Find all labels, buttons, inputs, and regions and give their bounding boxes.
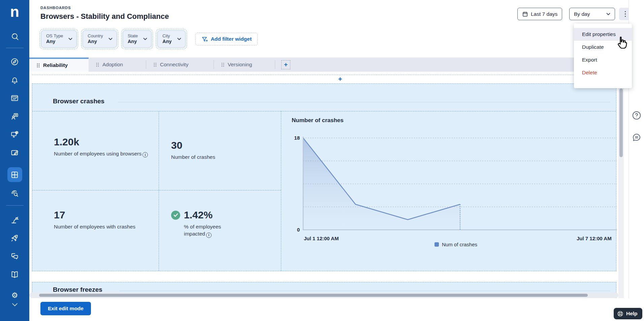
sidebar-item-workforce[interactable]: [7, 109, 22, 123]
menu-item-delete[interactable]: Delete: [574, 66, 632, 79]
tab-label: Adoption: [102, 62, 123, 68]
legend-swatch-icon: [434, 242, 439, 247]
tab-connectivity[interactable]: Connectivity: [146, 58, 214, 72]
menu-item-duplicate[interactable]: Duplicate: [574, 41, 632, 54]
people-board-icon: [10, 112, 19, 121]
info-icon[interactable]: i: [206, 233, 212, 238]
filter-widget-city: City Any: [156, 29, 187, 49]
sidebar-item-automation[interactable]: [7, 212, 22, 227]
filter-city[interactable]: City Any: [157, 30, 185, 48]
tab-label: Versioning: [228, 62, 252, 68]
chart-title: Number of crashes: [292, 117, 344, 124]
chevron-down-icon: [177, 38, 181, 40]
chart-legend[interactable]: Num of crashes: [434, 242, 477, 247]
sidebar-divider: [6, 205, 24, 206]
tab-reliability[interactable]: Reliability: [29, 58, 89, 72]
plus-icon: +: [338, 75, 342, 83]
kpi-number-of-crashes[interactable]: 30 Number of crashes: [171, 140, 259, 160]
kpi-employees-with-crashes[interactable]: 17 Number of employees with crashes: [54, 209, 145, 230]
book-icon: [10, 270, 19, 279]
fingerprint-search-icon: [10, 189, 19, 198]
filter-label: City: [162, 33, 171, 39]
sidebar-item-library[interactable]: [7, 267, 22, 282]
kebab-icon: [625, 11, 626, 12]
filter-os-type[interactable]: OS Type Any: [41, 30, 77, 48]
sidebar-item-explore[interactable]: [7, 54, 22, 69]
sidebar-item-dashboards[interactable]: [7, 167, 22, 182]
tab-versioning[interactable]: Versioning: [214, 58, 275, 72]
horizontal-scrollbar-thumb[interactable]: [39, 294, 588, 297]
info-icon[interactable]: i: [142, 152, 148, 157]
filter-state[interactable]: State Any: [123, 30, 152, 48]
filter-widget-os-type: OS Type Any: [40, 29, 78, 49]
help-button[interactable]: Help: [614, 308, 642, 319]
sidebar-item-device-view[interactable]: [7, 91, 22, 105]
feedback-button[interactable]: [632, 132, 642, 142]
success-check-icon: [171, 211, 180, 220]
lifebuoy-icon: [617, 311, 623, 317]
add-row-dropzone: [32, 75, 616, 75]
filter-value: Any: [88, 39, 103, 44]
dashboard-tab-bar: Reliability Adoption Connectivity Versio…: [29, 58, 618, 72]
kpi-label: Number of employees using browsersi: [54, 150, 148, 157]
sidebar-collapse[interactable]: [7, 300, 22, 309]
grid-line: [32, 190, 281, 190]
help-circle-button[interactable]: [632, 110, 642, 120]
tab-adoption[interactable]: Adoption: [89, 58, 146, 72]
kpi-percent-impacted[interactable]: 1.42% % of employees impactedi: [171, 209, 249, 238]
sidebar-item-engage[interactable]: [7, 249, 22, 263]
kpi-value: 30: [171, 140, 259, 151]
kpi-value: 17: [54, 209, 145, 221]
tab-label: Reliability: [43, 62, 68, 68]
x-axis-start-tick: Jul 1 12:00 AM: [304, 236, 339, 241]
chevron-down-icon: [143, 38, 147, 40]
nexthink-logo[interactable]: n: [0, 0, 29, 24]
granularity-select[interactable]: By day: [569, 8, 615, 20]
sidebar-item-ai-search[interactable]: [7, 29, 22, 44]
filter-value: Any: [162, 39, 171, 44]
menu-item-edit-properties[interactable]: Edit properties: [574, 28, 632, 41]
date-range-label: Last 7 days: [531, 11, 557, 17]
sidebar-item-content[interactable]: [7, 145, 22, 160]
chat-bubbles-icon: [10, 252, 19, 261]
exit-edit-mode-button[interactable]: Exit edit mode: [40, 302, 91, 315]
section-title-rule: [120, 291, 610, 291]
sidebar-divider: [6, 48, 24, 48]
sidebar-item-settings[interactable]: ⚙: [7, 290, 22, 300]
monitor-chart-icon: [10, 94, 19, 103]
grid-line: [32, 111, 616, 111]
plus-icon: +: [284, 61, 288, 68]
robot-arm-icon: [10, 215, 19, 224]
chevron-down-icon: [68, 38, 72, 40]
vertical-scrollbar[interactable]: [618, 72, 624, 298]
vertical-scrollbar-thumb[interactable]: [619, 88, 623, 157]
sidebar-item-alerts[interactable]: [7, 72, 22, 87]
crashes-line-chart[interactable]: [282, 133, 618, 234]
logo-letter: n: [10, 4, 19, 19]
filter-row: OS Type Any Country Any State Any City: [40, 29, 258, 49]
edit-mode-footer: Exit edit mode: [29, 298, 644, 321]
grid-line: [281, 111, 281, 271]
ai-search-icon: [10, 32, 19, 41]
drag-handle-icon: [154, 63, 157, 67]
breadcrumb[interactable]: DASHBOARDS: [40, 6, 71, 10]
sidebar-item-investigate[interactable]: [7, 186, 22, 201]
menu-item-export[interactable]: Export: [574, 54, 632, 66]
horizontal-scrollbar[interactable]: [29, 292, 618, 298]
filter-label: OS Type: [46, 33, 63, 39]
chevron-down-icon: [606, 13, 610, 15]
filter-widget-state: State Any: [121, 29, 153, 49]
add-filter-widget-button[interactable]: Add filter widget: [195, 33, 258, 45]
kpi-employees-using-browsers[interactable]: 1.20k Number of employees using browsers…: [54, 136, 148, 157]
date-range-button[interactable]: Last 7 days: [517, 8, 562, 20]
sidebar-item-adopt[interactable]: [7, 230, 22, 245]
filter-country[interactable]: Country Any: [83, 30, 117, 48]
add-tab-button[interactable]: +: [281, 60, 290, 69]
add-section-button[interactable]: +: [338, 75, 342, 83]
drag-handle-icon: [37, 63, 40, 68]
sidebar-item-remote-actions[interactable]: [7, 127, 22, 142]
page-title: Browsers - Stability and Compliance: [40, 12, 169, 21]
calendar-icon: [522, 11, 528, 17]
dashboard-context-menu: Edit properties Duplicate Export Delete: [574, 24, 632, 88]
kpi-value: 1.20k: [54, 136, 148, 148]
